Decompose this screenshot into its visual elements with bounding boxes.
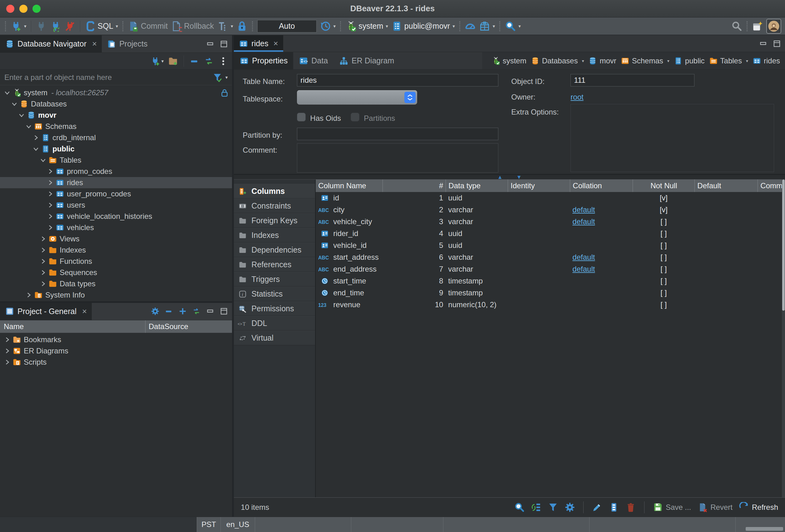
collapse-all-button[interactable] [189,56,200,66]
toolbar-drag-handle[interactable] [340,21,341,31]
tree-item[interactable]: movr [0,109,232,121]
tab-database-navigator[interactable]: Database Navigator × [0,35,102,52]
locale-indicator[interactable]: en_US [221,517,255,532]
breadcrumb-item[interactable]: rides ▾ [753,56,780,65]
active-schema-combo[interactable]: public@movr ▾ [391,21,455,32]
link-with-editor-button[interactable] [192,307,201,315]
minimize-window-button[interactable] [19,5,27,13]
reconnect-button[interactable] [50,21,61,32]
editor-subtab[interactable]: <> Data [293,52,333,69]
filter-settings-button[interactable] [212,72,222,82]
find-column-button[interactable] [514,502,525,513]
project-tree-item[interactable]: ER Diagrams [0,345,232,357]
object-editor-tab[interactable]: Virtual [234,331,315,345]
edit-column-button[interactable] [592,502,602,513]
header-identity[interactable]: Identity [508,179,570,192]
tree-item[interactable]: Views [0,233,232,245]
column-row[interactable]: ABC end_address 7 varchar default [ ] [316,263,785,275]
collapse-down-icon[interactable]: ▼ [516,175,522,180]
column-row[interactable]: vehicle_id 5 uuid [ ] [316,239,785,251]
breadcrumb-item[interactable]: Databases ▾ [531,56,584,65]
tree-item[interactable]: Data types [0,278,232,289]
transaction-mode-button[interactable]: ▾ [217,21,233,32]
chevron-right-icon[interactable] [46,191,54,197]
minimize-panel-button[interactable] [206,307,214,315]
toolbar-drag-handle[interactable] [122,21,123,31]
tree-item[interactable]: vehicles [0,222,232,233]
breadcrumb-item[interactable]: public ▾ [674,56,705,65]
object-editor-tab[interactable]: Foreign Keys [234,213,315,228]
object-editor-tab[interactable]: <>T DDL [234,316,315,331]
chevron-right-icon[interactable] [25,292,33,299]
chevron-right-icon[interactable] [46,224,54,231]
revert-button[interactable]: Revert [697,502,733,513]
chevron-right-icon[interactable] [3,336,11,343]
project-tree-item[interactable]: Bookmarks [0,334,232,345]
object-editor-tab[interactable]: Dependencies [234,243,315,257]
header-default[interactable]: Default [694,179,758,192]
header-column-name[interactable]: Column Name [316,179,382,192]
compare-data-button[interactable]: ▾ [479,21,495,32]
tab-project-general[interactable]: Project - General × [0,303,92,320]
extra-options-box[interactable] [571,104,774,172]
toolbar-drag-handle[interactable] [746,21,748,31]
dropdown-caret-icon[interactable]: ▾ [225,75,228,80]
header-not-null[interactable]: Not Null [633,179,694,192]
tree-item[interactable]: Sequences [0,267,232,278]
close-window-button[interactable] [6,5,15,13]
collapse-up-icon[interactable]: ▲ [498,175,503,180]
chevron-right-icon[interactable] [39,258,47,265]
object-editor-tab[interactable]: Indexes [234,228,315,243]
filter-button[interactable] [548,502,558,513]
project-tree-item[interactable]: Scripts [0,357,232,368]
new-connection-button[interactable]: ▾ [10,21,27,32]
tree-item[interactable]: crdb_internal [0,132,232,143]
tab-projects[interactable]: Projects [102,35,152,52]
add-column-button[interactable] [609,502,619,513]
chevron-right-icon[interactable] [39,269,47,276]
tree-item[interactable]: vehicle_location_histories [0,211,232,222]
chevron-right-icon[interactable] [46,179,54,186]
column-row[interactable]: ABC vehicle_city 3 varchar default [ ] [316,216,785,228]
form-table-splitter[interactable]: ▲ ▼ [234,175,785,179]
tree-item[interactable]: Tables [0,155,232,166]
chevron-right-icon[interactable] [46,168,54,175]
collation-link[interactable]: default [572,217,595,226]
has-oids-checkbox[interactable] [297,113,306,122]
chevron-right-icon[interactable] [3,348,11,354]
editor-subtab[interactable]: ER Diagram [333,52,400,69]
commit-button[interactable]: Commit [128,21,168,32]
object-editor-tab[interactable]: Constraints [234,199,315,213]
object-editor-tab[interactable]: Triggers [234,272,315,287]
commit-mode-combo[interactable]: Auto [257,20,316,32]
dashboard-button[interactable] [465,21,476,32]
maximize-panel-button[interactable] [220,307,228,315]
toolbar-drag-handle[interactable] [252,21,253,31]
chevron-down-icon[interactable] [10,101,19,107]
object-editor-tab[interactable]: Columns [234,184,315,199]
tree-item[interactable]: Roles [0,301,232,301]
breadcrumb-item[interactable]: Schemas ▾ [621,56,669,65]
chevron-right-icon[interactable] [39,235,47,242]
header-data-type[interactable]: Data type [446,179,508,192]
tree-item[interactable]: Databases [0,98,232,109]
collation-link[interactable]: default [572,205,595,214]
data-search-button[interactable]: ▾ [505,21,521,32]
connect-button[interactable] [35,21,47,32]
object-editor-tab[interactable]: References [234,257,315,272]
tablespace-select[interactable] [297,90,417,105]
chevron-right-icon[interactable] [46,202,54,208]
tree-item[interactable]: Indexes [0,245,232,256]
collapse-all-button[interactable] [164,307,173,315]
toolbar-drag-handle[interactable] [459,21,460,31]
new-connection-toolbar-button[interactable]: ▾ [150,56,164,66]
chevron-down-icon[interactable] [3,89,11,96]
expand-all-button[interactable] [178,307,187,315]
header-ordinal[interactable]: # [382,179,446,192]
object-filter-input[interactable] [4,73,210,82]
maximize-panel-button[interactable] [220,40,228,48]
view-menu-button[interactable] [218,56,228,66]
tree-item[interactable]: public [0,143,232,155]
maximize-editor-button[interactable] [773,39,781,48]
owner-link[interactable]: root [571,93,583,101]
